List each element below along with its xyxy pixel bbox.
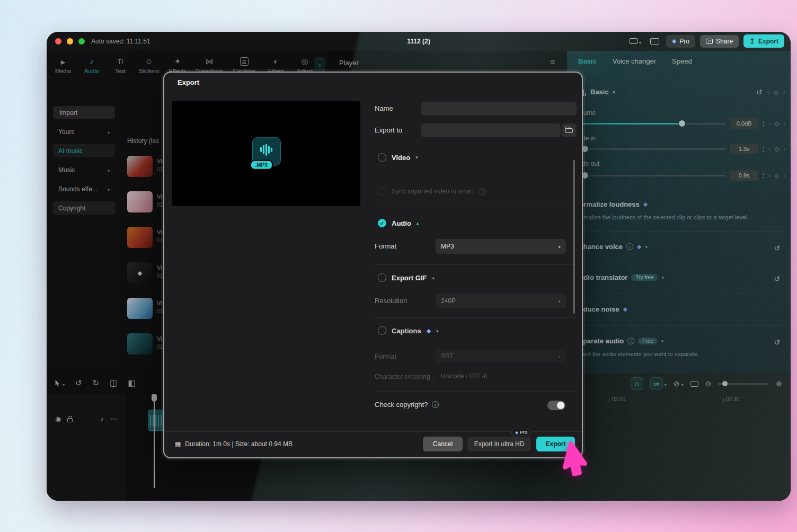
export-path-input[interactable] (421, 123, 561, 137)
keyframe-icon[interactable] (775, 146, 779, 153)
next-keyframe-icon[interactable]: › (783, 120, 785, 127)
track-mode-button[interactable] (674, 379, 684, 388)
sidebar-item-music[interactable]: Music (53, 163, 115, 176)
link-toggle-button[interactable] (650, 377, 667, 390)
gif-checkbox[interactable] (378, 273, 386, 282)
maximize-window-button[interactable] (78, 38, 85, 45)
redo-button[interactable] (93, 378, 100, 388)
dialog-scrollbar[interactable] (573, 160, 575, 314)
copyright-toggle[interactable] (547, 401, 565, 410)
fade-out-value[interactable]: 0.9s (730, 170, 758, 181)
sidebar-item-copyright[interactable]: Copyright (53, 201, 115, 215)
resolution-dropdown[interactable]: 240P (436, 294, 566, 308)
minimize-window-button[interactable] (67, 38, 73, 45)
export-ultra-hd-button[interactable]: Export in ultra HD (467, 437, 531, 451)
list-item[interactable]: Vi01 (127, 333, 163, 354)
preview-axis-icon[interactable] (690, 381, 698, 387)
keyframe-icon[interactable] (775, 120, 779, 127)
next-keyframe-icon[interactable]: › (783, 146, 785, 152)
video-checkbox[interactable] (378, 153, 386, 162)
step-down-icon[interactable] (763, 149, 764, 153)
panel-expand-button[interactable] (314, 57, 325, 72)
name-input[interactable] (421, 102, 577, 116)
keyframe-icon[interactable] (774, 89, 778, 96)
fade-in-slider[interactable] (574, 148, 725, 150)
tab-effects[interactable]: Effects (163, 53, 192, 74)
reset-icon[interactable] (774, 244, 780, 252)
tab-captions[interactable]: Captions (227, 53, 262, 74)
volume-value[interactable]: 0.0dB (730, 118, 758, 129)
slider-handle[interactable] (679, 120, 685, 127)
step-down-icon[interactable] (763, 176, 764, 179)
tab-speed[interactable]: Speed (672, 57, 692, 65)
tab-stickers[interactable]: Stickers (135, 53, 163, 74)
slider-handle[interactable] (582, 146, 588, 152)
close-window-button[interactable] (55, 38, 61, 45)
zoom-in-button[interactable] (776, 379, 782, 388)
sync-checkbox[interactable] (378, 187, 386, 196)
prev-keyframe-icon[interactable]: ‹ (768, 120, 771, 127)
prev-keyframe-icon[interactable]: ‹ (767, 88, 769, 96)
tab-media[interactable]: Media (49, 53, 77, 74)
fade-in-value[interactable]: 1.3s (730, 144, 758, 154)
undo-button[interactable] (75, 378, 82, 388)
list-item[interactable]: Vi01 (127, 262, 163, 283)
step-up-icon[interactable] (763, 146, 764, 149)
playhead-handle[interactable] (152, 394, 157, 400)
step-up-icon[interactable] (763, 172, 764, 175)
chevron-up-icon[interactable] (436, 328, 439, 333)
reset-icon[interactable] (774, 338, 780, 347)
sidebar-item-ai-music[interactable]: AI music (53, 144, 115, 157)
list-item[interactable]: Vi01 (127, 191, 163, 212)
tab-filters[interactable]: Filters (262, 53, 290, 74)
fade-out-slider[interactable] (574, 175, 725, 176)
next-keyframe-icon[interactable]: › (783, 88, 785, 96)
audio-checkbox[interactable] (378, 219, 386, 227)
fade-out-stepper[interactable] (763, 172, 764, 179)
record-icon[interactable] (55, 415, 61, 423)
prev-keyframe-icon[interactable]: ‹ (768, 146, 771, 152)
chevron-up-icon[interactable] (432, 275, 435, 280)
step-up-icon[interactable] (763, 120, 764, 123)
tab-text[interactable]: Text (106, 53, 135, 74)
step-down-icon[interactable] (763, 124, 764, 127)
reduce-noise-row[interactable]: Reduce noise (574, 305, 785, 313)
keyframe-icon[interactable] (775, 172, 779, 179)
delete-left-button[interactable] (128, 378, 135, 388)
fade-in-stepper[interactable] (763, 146, 764, 153)
display-settings-button[interactable] (627, 35, 643, 48)
export-button-titlebar[interactable]: Export (743, 34, 784, 48)
captions-checkbox[interactable] (378, 326, 386, 335)
tab-audio[interactable]: Audio (77, 53, 106, 74)
split-button[interactable] (110, 378, 117, 388)
speaker-icon[interactable] (100, 415, 104, 423)
import-button[interactable]: Import (53, 106, 115, 119)
list-item[interactable]: Vi01 (127, 298, 163, 319)
chevron-down-icon[interactable] (415, 155, 418, 160)
reset-icon[interactable] (774, 274, 780, 283)
tab-voice-changer[interactable]: Voice changer (613, 57, 656, 65)
basic-section-header[interactable]: Basic ‹ › (567, 88, 791, 97)
magnet-toggle-button[interactable] (631, 377, 643, 390)
player-menu-icon[interactable] (550, 57, 555, 67)
chevron-up-icon[interactable] (417, 220, 419, 226)
browse-folder-button[interactable] (562, 123, 577, 137)
normalize-loudness-row[interactable]: Normalize loudness (574, 200, 785, 208)
enhance-voice-row[interactable]: Enhance voice (574, 243, 785, 251)
shortcuts-button[interactable] (648, 37, 661, 46)
cancel-button[interactable]: Cancel (423, 437, 463, 451)
separate-audio-row[interactable]: Separate audio Free (574, 337, 785, 345)
share-button[interactable]: Share (700, 35, 739, 48)
reset-icon[interactable] (756, 88, 763, 96)
next-keyframe-icon[interactable]: › (783, 172, 785, 179)
format-dropdown[interactable]: MP3 (436, 239, 566, 254)
pro-badge-button[interactable]: Pro (666, 35, 695, 48)
sidebar-item-sound-effects[interactable]: Sounds effe... (53, 182, 115, 196)
zoom-out-button[interactable] (705, 379, 712, 388)
timeline-zoom-slider[interactable] (718, 383, 769, 385)
prev-keyframe-icon[interactable]: ‹ (768, 172, 771, 179)
list-item[interactable]: Vi01 (127, 227, 163, 248)
tab-basic[interactable]: Basic (578, 57, 597, 65)
slider-handle[interactable] (582, 172, 588, 179)
list-item[interactable]: Vi01 (127, 156, 163, 177)
